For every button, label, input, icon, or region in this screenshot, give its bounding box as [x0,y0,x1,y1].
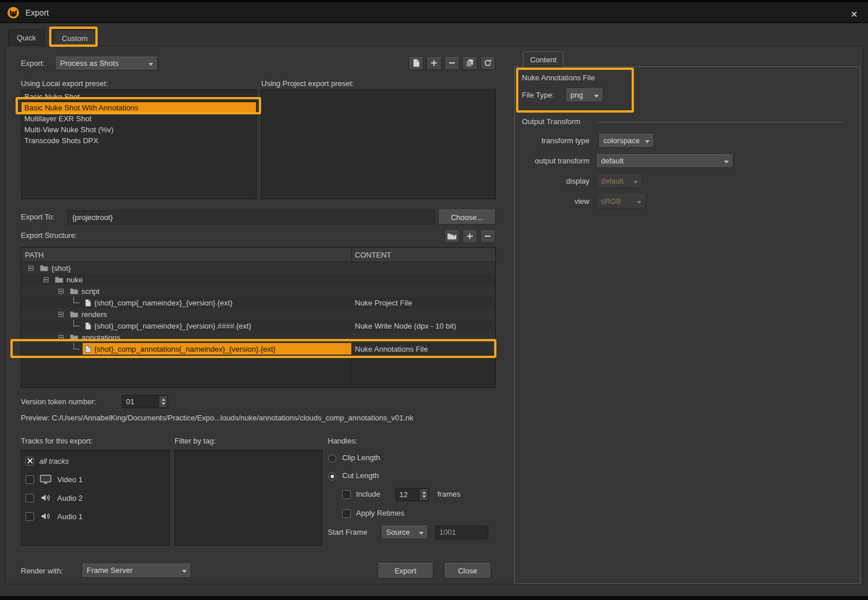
structure-path-cell: nuke [21,274,351,285]
cut-length-label: Cut Length [342,469,379,483]
track-row[interactable]: all tracks [21,452,169,470]
track-checkbox[interactable] [25,512,34,521]
structure-path-label: {shot} [51,264,71,273]
spinner-arrows-icon[interactable] [420,489,428,500]
spinner-arrows-icon[interactable] [159,396,167,407]
track-label: all tracks [39,457,69,465]
close-button[interactable]: Close [444,563,491,579]
track-row[interactable]: Audio 2 [21,489,169,507]
apply-retimes-label: Apply Retimes [356,506,405,520]
structure-row[interactable]: {shot}_comp{_nameindex}_{version}.{ext}N… [21,297,495,308]
track-checkbox[interactable] [25,494,34,502]
tab-content[interactable]: Content [523,51,563,67]
export-label: Export: [21,57,44,70]
structure-path-cell: {shot} [21,262,351,274]
structure-row[interactable]: renders [21,308,495,320]
structure-content-cell [351,285,495,297]
screen-edge-bottom [0,596,868,600]
structure-path-cell: script [21,285,351,297]
track-checkbox[interactable] [25,475,34,484]
folder-icon [70,334,79,341]
structure-row[interactable]: {shot}_comp_annotations{_nameindex}_{ver… [21,343,495,355]
folder-icon [70,311,79,318]
handles-label: Handles: [328,434,357,448]
remove-preset-icon [448,59,455,68]
include-label: Include [356,487,380,501]
export-button[interactable]: Export [377,563,433,579]
preset-item[interactable]: Basic Nuke Shot With Annotations [21,102,256,113]
revert-preset-button[interactable] [480,57,495,70]
include-frames-spinbox[interactable]: 12 [395,488,429,501]
start-frame-mode-dropdown[interactable]: Source [381,526,428,539]
tree-branch-icon [73,297,80,303]
transform-type-label: transform type [496,134,589,148]
structure-path-label: nuke [66,275,83,284]
add-preset-button[interactable] [426,57,442,70]
new-folder-icon [447,232,457,241]
apply-retimes-checkbox[interactable] [342,509,351,518]
track-row[interactable]: Audio 1 [21,507,169,526]
render-with-label: Render with: [21,564,63,578]
version-token-label: Version token number: [21,395,96,409]
structure-path-label: {shot}_comp{_nameindex}_{version}.####.{… [94,322,251,330]
preset-item[interactable]: Multi-View Nuke Shot (%v) [21,124,256,135]
structure-row[interactable]: annotations [21,331,495,343]
monitor-icon [39,475,52,484]
version-token-spinbox[interactable]: 01 [122,395,168,408]
export-mode-dropdown[interactable]: Process as Shots [55,57,158,70]
filter-by-tag-box[interactable] [175,450,322,546]
export-path-preview: Preview: C:/Users/AnnabelKing/Documents/… [21,411,500,425]
structure-row[interactable]: script [21,285,495,297]
expander-icon[interactable] [58,312,64,317]
tab-custom[interactable]: Custom [53,29,97,46]
file-type-dropdown[interactable]: png [565,88,603,102]
expander-icon[interactable] [28,266,34,271]
structure-content-cell: Nuke Project File [351,297,495,308]
clip-length-radio[interactable] [328,454,336,463]
transform-type-dropdown[interactable]: colorspace [598,134,654,148]
export-structure-table: PATH CONTENT {shot}nukescript{shot}_comp… [21,247,496,388]
render-engine-dropdown[interactable]: Frame Server [81,564,191,578]
close-icon[interactable]: ✕ [847,8,861,21]
new-preset-button[interactable] [409,57,424,70]
cut-length-radio[interactable] [328,472,336,480]
tab-quick[interactable]: Quick [8,29,44,46]
structure-path-label: script [81,287,99,296]
tree-branch-icon [73,320,80,326]
choose-button[interactable]: Choose... [438,210,496,225]
track-row[interactable]: Video 1 [21,470,169,489]
expander-icon[interactable] [58,335,64,340]
add-item-button[interactable] [462,230,477,243]
duplicate-preset-icon [466,59,474,69]
structure-item: nuke [53,274,85,285]
structure-row[interactable]: {shot} [21,262,495,274]
expander-icon[interactable] [43,277,49,282]
tracks-list: all tracksVideo 1Audio 2Audio 1 [21,450,170,546]
output-transform-dropdown[interactable]: default [596,154,733,168]
new-folder-button[interactable] [444,230,459,243]
output-transform-section-label: Output Transform [522,115,580,129]
frames-label: frames [437,487,461,501]
remove-preset-button[interactable] [444,57,459,70]
preset-item[interactable]: Basic Nuke Shot [21,91,256,102]
include-frames-value: 12 [399,490,407,499]
preset-item[interactable]: Multilayer EXR Shot [21,113,256,124]
section-divider [598,122,845,122]
preset-item[interactable]: Transcode Shots DPX [21,135,256,146]
structure-item: annotations [68,331,123,343]
export-to-path[interactable]: {projectroot} [67,210,435,225]
add-item-icon [466,233,473,241]
track-checkbox-checked[interactable] [25,457,34,465]
start-frame-value-field[interactable]: 1001 [435,526,488,539]
remove-item-button[interactable] [480,230,495,243]
structure-path-cell: renders [21,308,351,320]
project-preset-list [261,90,496,199]
duplicate-preset-button[interactable] [462,57,477,70]
structure-row[interactable]: {shot}_comp{_nameindex}_{version}.####.{… [21,320,495,331]
structure-content-cell: Nuke Annotations File [351,343,495,355]
expander-icon[interactable] [58,289,64,294]
structure-row[interactable]: nuke [21,274,495,285]
structure-path-cell: {shot}_comp{_nameindex}_{version}.####.{… [21,320,351,331]
include-checkbox[interactable] [342,490,351,499]
tracks-label: Tracks for this export: [21,434,93,448]
